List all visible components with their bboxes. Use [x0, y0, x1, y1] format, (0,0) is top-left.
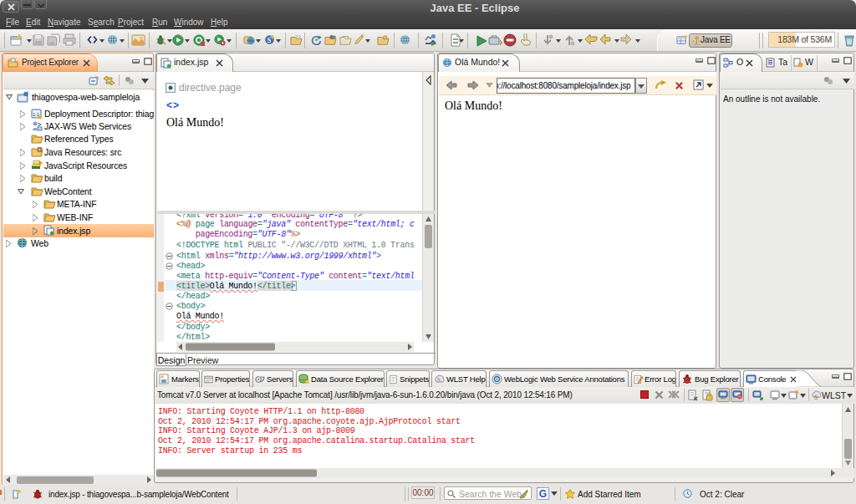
svg-text:S: S [437, 376, 441, 383]
svg-text:S: S [814, 394, 818, 400]
svg-text:S: S [268, 37, 272, 44]
